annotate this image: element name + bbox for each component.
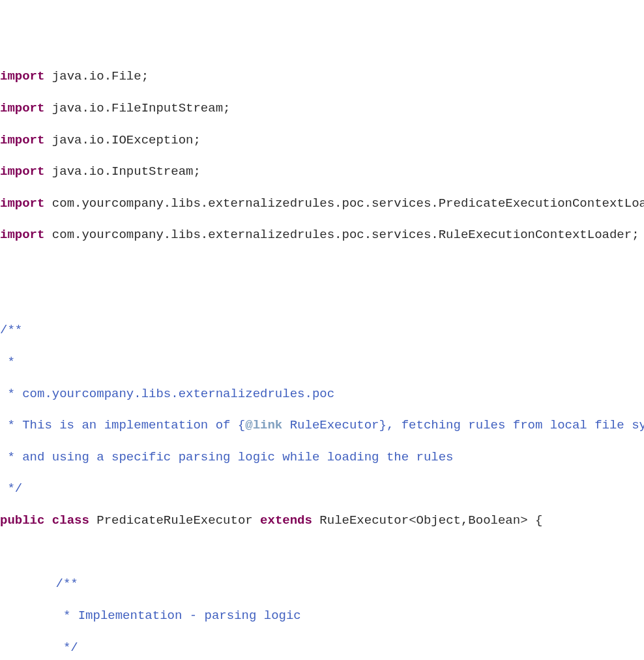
blank-line xyxy=(0,259,644,275)
javadoc-line: * Implementation - parsing logic xyxy=(0,608,644,623)
import-text: java.io.InputStream; xyxy=(44,164,200,179)
blank-line xyxy=(0,291,644,307)
import-text: java.io.FileInputStream; xyxy=(44,101,230,115)
class-name: PredicateRuleExecutor xyxy=(89,513,260,528)
keyword-public: public xyxy=(0,513,44,528)
import-line: import java.io.File; xyxy=(0,68,644,84)
import-line: import java.io.IOException; xyxy=(0,132,644,148)
import-text: com.yourcompany.libs.externalizedrules.p… xyxy=(44,228,639,242)
keyword-import: import xyxy=(0,69,44,83)
keyword-import: import xyxy=(0,164,44,179)
javadoc-line: */ xyxy=(0,481,644,496)
import-line: import com.yourcompany.libs.externalized… xyxy=(0,227,644,243)
keyword-import: import xyxy=(0,196,44,211)
class-rest: RuleExecutor<Object,Boolean> { xyxy=(312,513,542,528)
keyword-import: import xyxy=(0,133,44,147)
javadoc-line: * com.yourcompany.libs.externalizedrules… xyxy=(0,386,644,402)
javadoc-line: */ xyxy=(0,640,644,655)
javadoc-tag-link: @link xyxy=(245,418,282,432)
import-line: import java.io.InputStream; xyxy=(0,164,644,179)
import-line: import java.io.FileInputStream; xyxy=(0,100,644,116)
javadoc-line: * and using a specific parsing logic whi… xyxy=(0,449,644,465)
javadoc-line: /** xyxy=(0,576,644,592)
class-declaration: public class PredicateRuleExecutor exten… xyxy=(0,513,644,528)
import-text: java.io.IOException; xyxy=(44,133,200,147)
javadoc-line: /** xyxy=(0,322,644,338)
import-text: java.io.File; xyxy=(44,69,149,83)
javadoc-line: * This is an implementation of {@link Ru… xyxy=(0,417,644,433)
javadoc-text: * This is an implementation of { xyxy=(0,418,245,432)
blank-line xyxy=(0,545,644,560)
keyword-import: import xyxy=(0,228,44,242)
import-line: import com.yourcompany.libs.externalized… xyxy=(0,196,644,211)
javadoc-text: RuleExecutor}, fetching rules from local… xyxy=(282,418,644,432)
import-text: com.yourcompany.libs.externalizedrules.p… xyxy=(44,196,644,211)
keyword-class: class xyxy=(52,513,89,528)
code-block: import java.io.File; import java.io.File… xyxy=(0,53,644,660)
keyword-extends: extends xyxy=(260,513,312,528)
javadoc-line: * xyxy=(0,354,644,370)
keyword-import: import xyxy=(0,101,44,115)
